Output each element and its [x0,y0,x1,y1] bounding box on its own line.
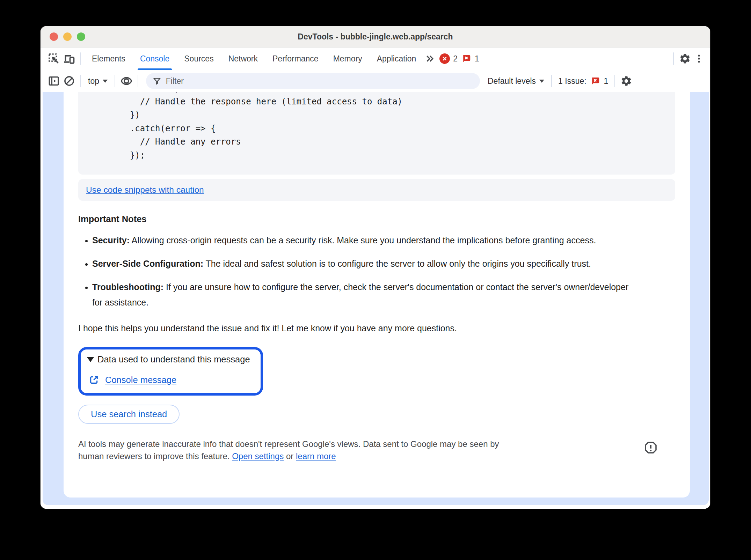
issues-counter[interactable]: 1 Issue: 1 [555,76,611,86]
minimize-window-button[interactable] [63,32,72,41]
divider [115,75,115,87]
kebab-menu-icon[interactable] [693,51,705,66]
tab-console[interactable]: Console [133,47,177,70]
filter-funnel-icon [152,76,162,86]
code-caution-box: Use code snippets with caution [78,179,675,201]
important-notes-heading: Important Notes [78,214,675,224]
active-tab-underline [138,68,172,70]
zoom-window-button[interactable] [77,32,85,41]
data-used-disclosure: Data used to understand this message Con… [78,347,263,396]
macos-titlebar: DevTools - bubble-jingle.web.app/search [41,26,710,47]
list-item: Security: Allowing cross-origin requests… [92,233,630,248]
console-message-row: Console message [87,374,250,385]
use-search-instead-button[interactable]: Use search instead [78,405,180,424]
console-settings-gear-icon[interactable] [619,73,634,89]
close-window-button[interactable] [50,32,58,41]
notes-list: Security: Allowing cross-origin requests… [78,233,630,310]
context-selector[interactable]: top [85,76,111,86]
filter-input[interactable] [165,76,474,86]
code-snippet: .then(response => { // Handle the respon… [110,92,665,162]
code-snippet-block: .then(response => { // Handle the respon… [78,92,675,175]
window-title: DevTools - bubble-jingle.web.app/search [298,32,453,42]
divider [80,75,81,87]
tab-network[interactable]: Network [221,47,265,70]
learn-more-link[interactable]: learn more [296,451,336,461]
console-message-link[interactable]: Console message [105,375,176,385]
list-item: Server-Side Configuration: The ideal and… [92,256,630,271]
console-toolbar: top Default levels [41,70,710,92]
closing-paragraph: I hope this helps you understand the iss… [78,320,675,336]
chevron-down-icon [539,80,544,83]
open-settings-link[interactable]: Open settings [232,451,284,461]
tab-elements[interactable]: Elements [85,47,133,70]
tab-application[interactable]: Application [370,47,424,70]
inspect-element-icon[interactable] [46,51,61,66]
filter-box[interactable] [146,73,480,89]
traffic-lights [50,26,85,47]
console-sidebar-toggle-icon[interactable] [46,73,61,89]
clear-console-icon[interactable] [61,73,77,89]
screenshot-stage: DevTools - bubble-jingle.web.app/search [0,0,751,560]
devtools-window: DevTools - bubble-jingle.web.app/search [41,26,710,509]
collapse-triangle-icon [87,357,94,362]
disclaimer-text: AI tools may generate inaccurate info th… [78,438,499,462]
settings-gear-icon[interactable] [677,51,693,66]
tab-sources[interactable]: Sources [177,47,221,70]
error-count: 2 [453,54,458,64]
divider [673,52,674,65]
error-icon [439,53,450,64]
report-octagon-icon[interactable] [644,441,658,455]
issue-flag-icon [590,76,600,86]
divider [614,75,615,87]
console-errors-badge[interactable]: 2 [439,53,458,64]
live-expression-eye-icon[interactable] [119,73,134,89]
issues-badge[interactable]: 1 [461,53,479,64]
more-tabs-icon[interactable] [423,51,436,66]
divider [138,75,138,87]
list-item: Troubleshooting: If you are unsure how t… [92,279,630,310]
external-link-icon [88,374,100,385]
code-caution-link[interactable]: Use code snippets with caution [86,185,204,194]
devtools-tabbar: Elements Console Sources Network Perform… [41,47,710,70]
ai-disclaimer-footer: AI tools may generate inaccurate info th… [78,438,675,462]
tab-performance[interactable]: Performance [265,47,326,70]
chevron-down-icon [103,80,108,83]
divider [80,52,81,65]
ai-insight-card: .then(response => { // Handle the respon… [64,92,690,498]
data-used-summary[interactable]: Data used to understand this message [87,354,250,364]
issue-flag-icon [461,53,472,64]
console-messages-area: .then(response => { // Handle the respon… [41,92,710,509]
device-toolbar-icon[interactable] [61,51,77,66]
divider [551,75,552,87]
issue-count: 1 [475,54,479,64]
log-levels-selector[interactable]: Default levels [484,76,548,86]
tab-memory[interactable]: Memory [326,47,370,70]
